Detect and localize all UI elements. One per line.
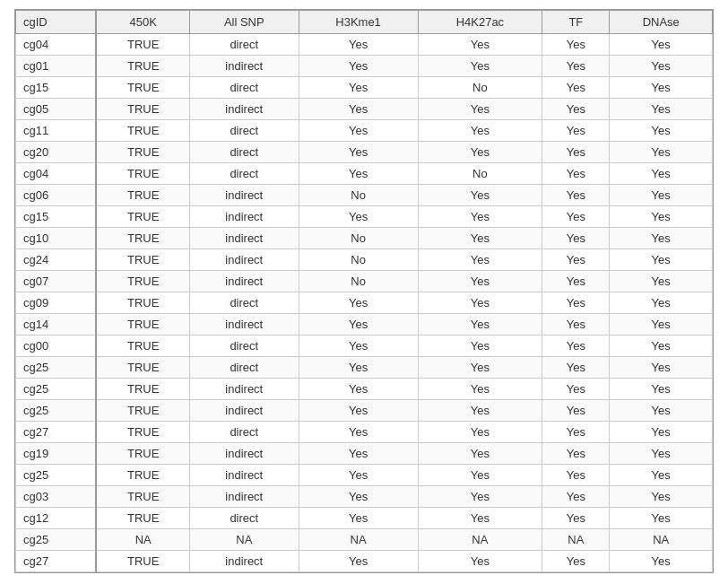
col-header-h3kme1: H3Kme1 xyxy=(299,11,418,34)
cell-r6-c3: Yes xyxy=(299,163,418,185)
cell-r6-c4: No xyxy=(418,163,542,185)
cell-r4-c4: Yes xyxy=(418,120,542,142)
cell-r2-c2: direct xyxy=(189,77,299,99)
cell-r8-c5: Yes xyxy=(542,206,610,228)
cell-r22-c1: TRUE xyxy=(96,508,189,529)
cell-r8-c2: indirect xyxy=(189,206,299,228)
cell-r1-c2: indirect xyxy=(189,56,299,77)
cell-r16-c1: TRUE xyxy=(96,379,189,400)
cell-r20-c6: Yes xyxy=(610,465,713,486)
cell-r21-c6: Yes xyxy=(610,486,713,508)
cell-r24-c0: cg27 xyxy=(16,551,97,572)
cell-r20-c3: Yes xyxy=(299,465,418,486)
cell-r22-c3: Yes xyxy=(299,508,418,529)
cell-r20-c0: cg25 xyxy=(16,465,97,486)
cell-r0-c3: Yes xyxy=(299,34,418,56)
cell-r3-c3: Yes xyxy=(299,99,418,120)
table-row: cg25TRUEindirectYesYesYesYes xyxy=(16,400,713,422)
cell-r16-c6: Yes xyxy=(610,379,713,400)
cell-r8-c0: cg15 xyxy=(16,206,97,228)
cell-r11-c2: indirect xyxy=(189,271,299,292)
cell-r21-c2: indirect xyxy=(189,486,299,508)
cell-r7-c5: Yes xyxy=(542,185,610,206)
cell-r6-c1: TRUE xyxy=(96,163,189,185)
cell-r13-c2: indirect xyxy=(189,314,299,336)
cell-r12-c2: direct xyxy=(189,292,299,314)
cell-r16-c4: Yes xyxy=(418,379,542,400)
cell-r11-c6: Yes xyxy=(610,271,713,292)
col-header-h4k27ac: H4K27ac xyxy=(418,11,542,34)
cell-r23-c4: NA xyxy=(418,529,542,551)
cell-r7-c3: No xyxy=(299,185,418,206)
cell-r0-c1: TRUE xyxy=(96,34,189,56)
cell-r19-c1: TRUE xyxy=(96,443,189,465)
cell-r13-c1: TRUE xyxy=(96,314,189,336)
cell-r12-c4: Yes xyxy=(418,292,542,314)
cell-r22-c6: Yes xyxy=(610,508,713,529)
table-row: cg19TRUEindirectYesYesYesYes xyxy=(16,443,713,465)
cell-r2-c1: TRUE xyxy=(96,77,189,99)
cell-r1-c4: Yes xyxy=(418,56,542,77)
table-row: cg25NANANANANANA xyxy=(16,529,713,551)
col-header-cgid: cgID xyxy=(16,11,97,34)
cell-r0-c6: Yes xyxy=(610,34,713,56)
cell-r5-c6: Yes xyxy=(610,142,713,163)
cell-r15-c2: direct xyxy=(189,357,299,379)
cell-r21-c4: Yes xyxy=(418,486,542,508)
cell-r18-c2: direct xyxy=(189,422,299,443)
cell-r15-c1: TRUE xyxy=(96,357,189,379)
cell-r23-c0: cg25 xyxy=(16,529,97,551)
cell-r4-c3: Yes xyxy=(299,120,418,142)
cell-r20-c5: Yes xyxy=(542,465,610,486)
cell-r10-c2: indirect xyxy=(189,249,299,271)
cell-r8-c4: Yes xyxy=(418,206,542,228)
cell-r17-c2: indirect xyxy=(189,400,299,422)
cell-r20-c4: Yes xyxy=(418,465,542,486)
table-row: cg01TRUEindirectYesYesYesYes xyxy=(16,56,713,77)
cell-r23-c3: NA xyxy=(299,529,418,551)
table-row: cg00TRUEdirectYesYesYesYes xyxy=(16,336,713,357)
cell-r24-c2: indirect xyxy=(189,551,299,572)
col-header-all snp: All SNP xyxy=(189,11,299,34)
cell-r15-c5: Yes xyxy=(542,357,610,379)
cell-r19-c4: Yes xyxy=(418,443,542,465)
cell-r14-c2: direct xyxy=(189,336,299,357)
cell-r18-c5: Yes xyxy=(542,422,610,443)
cell-r21-c3: Yes xyxy=(299,486,418,508)
cell-r20-c1: TRUE xyxy=(96,465,189,486)
cell-r9-c4: Yes xyxy=(418,228,542,249)
table-row: cg15TRUEdirectYesNoYesYes xyxy=(16,77,713,99)
cell-r17-c0: cg25 xyxy=(16,400,97,422)
cell-r23-c1: NA xyxy=(96,529,189,551)
cell-r6-c6: Yes xyxy=(610,163,713,185)
cell-r21-c0: cg03 xyxy=(16,486,97,508)
cell-r22-c5: Yes xyxy=(542,508,610,529)
cell-r16-c2: indirect xyxy=(189,379,299,400)
cell-r24-c3: Yes xyxy=(299,551,418,572)
cell-r22-c4: Yes xyxy=(418,508,542,529)
cell-r22-c2: direct xyxy=(189,508,299,529)
cell-r4-c2: direct xyxy=(189,120,299,142)
cell-r3-c1: TRUE xyxy=(96,99,189,120)
cell-r16-c3: Yes xyxy=(299,379,418,400)
cell-r14-c5: Yes xyxy=(542,336,610,357)
cell-r11-c3: No xyxy=(299,271,418,292)
table-row: cg27TRUEindirectYesYesYesYes xyxy=(16,551,713,572)
cell-r12-c6: Yes xyxy=(610,292,713,314)
cell-r7-c0: cg06 xyxy=(16,185,97,206)
cell-r0-c5: Yes xyxy=(542,34,610,56)
cell-r10-c1: TRUE xyxy=(96,249,189,271)
cell-r17-c6: Yes xyxy=(610,400,713,422)
cell-r13-c6: Yes xyxy=(610,314,713,336)
table-row: cg09TRUEdirectYesYesYesYes xyxy=(16,292,713,314)
col-header-dnase: DNAse xyxy=(610,11,713,34)
cell-r6-c0: cg04 xyxy=(16,163,97,185)
cell-r9-c2: indirect xyxy=(189,228,299,249)
table-row: cg06TRUEindirectNoYesYesYes xyxy=(16,185,713,206)
table-row: cg10TRUEindirectNoYesYesYes xyxy=(16,228,713,249)
cell-r17-c5: Yes xyxy=(542,400,610,422)
cell-r18-c6: Yes xyxy=(610,422,713,443)
table-row: cg11TRUEdirectYesYesYesYes xyxy=(16,120,713,142)
table-row: cg04TRUEdirectYesYesYesYes xyxy=(16,34,713,56)
cell-r5-c5: Yes xyxy=(542,142,610,163)
